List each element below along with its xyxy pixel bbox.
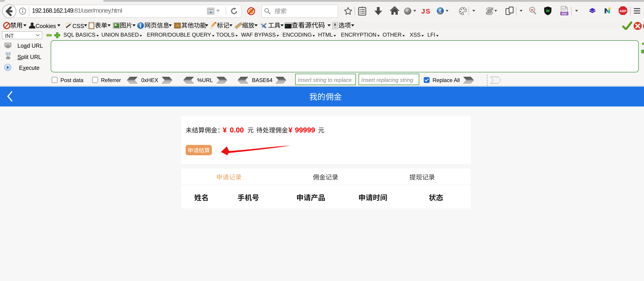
svg-text:>_: >_ bbox=[286, 24, 288, 27]
svg-text:PDF: PDF bbox=[562, 12, 567, 15]
svg-text:ABP: ABP bbox=[620, 9, 626, 13]
svg-text:W: W bbox=[546, 9, 550, 13]
svg-text:H: H bbox=[531, 8, 534, 12]
